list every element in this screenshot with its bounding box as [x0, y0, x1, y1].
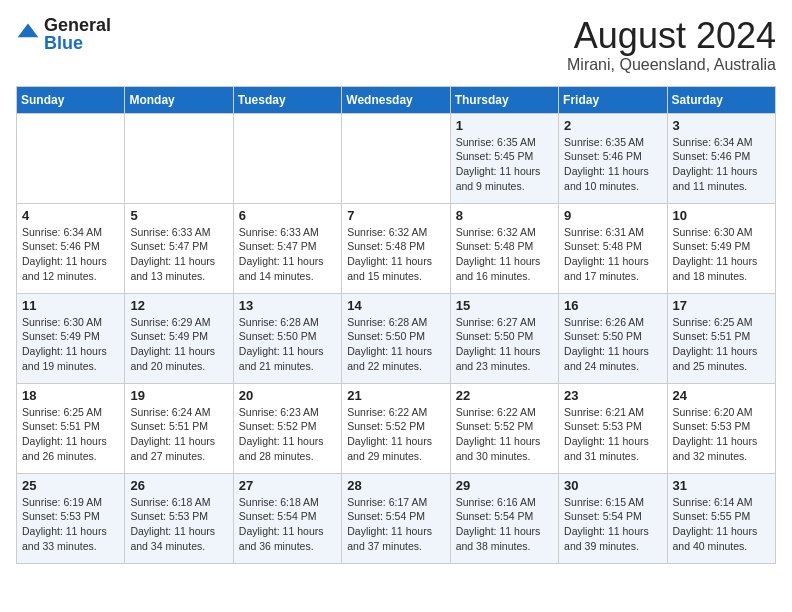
calendar-cell: [342, 113, 450, 203]
day-info: Sunrise: 6:34 AM Sunset: 5:46 PM Dayligh…: [673, 135, 770, 194]
day-number: 6: [239, 208, 336, 223]
calendar-cell: 10Sunrise: 6:30 AM Sunset: 5:49 PM Dayli…: [667, 203, 775, 293]
day-info: Sunrise: 6:31 AM Sunset: 5:48 PM Dayligh…: [564, 225, 661, 284]
logo: General Blue: [16, 16, 111, 52]
day-info: Sunrise: 6:15 AM Sunset: 5:54 PM Dayligh…: [564, 495, 661, 554]
calendar-cell: 19Sunrise: 6:24 AM Sunset: 5:51 PM Dayli…: [125, 383, 233, 473]
day-info: Sunrise: 6:18 AM Sunset: 5:53 PM Dayligh…: [130, 495, 227, 554]
calendar-week-row: 4Sunrise: 6:34 AM Sunset: 5:46 PM Daylig…: [17, 203, 776, 293]
logo-blue-text: Blue: [44, 34, 111, 52]
day-info: Sunrise: 6:32 AM Sunset: 5:48 PM Dayligh…: [347, 225, 444, 284]
calendar-cell: 20Sunrise: 6:23 AM Sunset: 5:52 PM Dayli…: [233, 383, 341, 473]
logo-icon: [16, 20, 40, 44]
day-number: 17: [673, 298, 770, 313]
calendar-week-row: 25Sunrise: 6:19 AM Sunset: 5:53 PM Dayli…: [17, 473, 776, 563]
calendar-cell: 15Sunrise: 6:27 AM Sunset: 5:50 PM Dayli…: [450, 293, 558, 383]
day-info: Sunrise: 6:29 AM Sunset: 5:49 PM Dayligh…: [130, 315, 227, 374]
calendar-cell: 11Sunrise: 6:30 AM Sunset: 5:49 PM Dayli…: [17, 293, 125, 383]
calendar-cell: 14Sunrise: 6:28 AM Sunset: 5:50 PM Dayli…: [342, 293, 450, 383]
day-number: 9: [564, 208, 661, 223]
calendar-cell: 8Sunrise: 6:32 AM Sunset: 5:48 PM Daylig…: [450, 203, 558, 293]
day-number: 31: [673, 478, 770, 493]
day-of-week-header: Thursday: [450, 86, 558, 113]
calendar-week-row: 18Sunrise: 6:25 AM Sunset: 5:51 PM Dayli…: [17, 383, 776, 473]
day-info: Sunrise: 6:28 AM Sunset: 5:50 PM Dayligh…: [239, 315, 336, 374]
day-info: Sunrise: 6:35 AM Sunset: 5:45 PM Dayligh…: [456, 135, 553, 194]
day-number: 7: [347, 208, 444, 223]
day-info: Sunrise: 6:32 AM Sunset: 5:48 PM Dayligh…: [456, 225, 553, 284]
day-info: Sunrise: 6:33 AM Sunset: 5:47 PM Dayligh…: [239, 225, 336, 284]
day-number: 26: [130, 478, 227, 493]
calendar-cell: 1Sunrise: 6:35 AM Sunset: 5:45 PM Daylig…: [450, 113, 558, 203]
calendar-cell: 9Sunrise: 6:31 AM Sunset: 5:48 PM Daylig…: [559, 203, 667, 293]
day-info: Sunrise: 6:14 AM Sunset: 5:55 PM Dayligh…: [673, 495, 770, 554]
day-number: 27: [239, 478, 336, 493]
day-info: Sunrise: 6:22 AM Sunset: 5:52 PM Dayligh…: [347, 405, 444, 464]
day-info: Sunrise: 6:17 AM Sunset: 5:54 PM Dayligh…: [347, 495, 444, 554]
calendar-cell: 7Sunrise: 6:32 AM Sunset: 5:48 PM Daylig…: [342, 203, 450, 293]
day-info: Sunrise: 6:30 AM Sunset: 5:49 PM Dayligh…: [22, 315, 119, 374]
day-number: 18: [22, 388, 119, 403]
calendar-cell: 29Sunrise: 6:16 AM Sunset: 5:54 PM Dayli…: [450, 473, 558, 563]
day-of-week-header: Friday: [559, 86, 667, 113]
calendar-table: SundayMondayTuesdayWednesdayThursdayFrid…: [16, 86, 776, 564]
day-number: 4: [22, 208, 119, 223]
calendar-cell: 25Sunrise: 6:19 AM Sunset: 5:53 PM Dayli…: [17, 473, 125, 563]
day-info: Sunrise: 6:27 AM Sunset: 5:50 PM Dayligh…: [456, 315, 553, 374]
day-info: Sunrise: 6:18 AM Sunset: 5:54 PM Dayligh…: [239, 495, 336, 554]
day-info: Sunrise: 6:19 AM Sunset: 5:53 PM Dayligh…: [22, 495, 119, 554]
calendar-header-row: SundayMondayTuesdayWednesdayThursdayFrid…: [17, 86, 776, 113]
day-number: 10: [673, 208, 770, 223]
page-header: General Blue August 2024 Mirani, Queensl…: [16, 16, 776, 74]
day-number: 8: [456, 208, 553, 223]
calendar-cell: 4Sunrise: 6:34 AM Sunset: 5:46 PM Daylig…: [17, 203, 125, 293]
calendar-cell: 12Sunrise: 6:29 AM Sunset: 5:49 PM Dayli…: [125, 293, 233, 383]
day-number: 5: [130, 208, 227, 223]
day-number: 11: [22, 298, 119, 313]
day-info: Sunrise: 6:35 AM Sunset: 5:46 PM Dayligh…: [564, 135, 661, 194]
day-number: 22: [456, 388, 553, 403]
calendar-cell: 21Sunrise: 6:22 AM Sunset: 5:52 PM Dayli…: [342, 383, 450, 473]
day-number: 14: [347, 298, 444, 313]
title-section: August 2024 Mirani, Queensland, Australi…: [567, 16, 776, 74]
day-info: Sunrise: 6:16 AM Sunset: 5:54 PM Dayligh…: [456, 495, 553, 554]
day-number: 19: [130, 388, 227, 403]
day-info: Sunrise: 6:34 AM Sunset: 5:46 PM Dayligh…: [22, 225, 119, 284]
calendar-cell: 31Sunrise: 6:14 AM Sunset: 5:55 PM Dayli…: [667, 473, 775, 563]
day-number: 13: [239, 298, 336, 313]
day-info: Sunrise: 6:20 AM Sunset: 5:53 PM Dayligh…: [673, 405, 770, 464]
day-info: Sunrise: 6:25 AM Sunset: 5:51 PM Dayligh…: [22, 405, 119, 464]
day-info: Sunrise: 6:24 AM Sunset: 5:51 PM Dayligh…: [130, 405, 227, 464]
day-info: Sunrise: 6:25 AM Sunset: 5:51 PM Dayligh…: [673, 315, 770, 374]
day-number: 2: [564, 118, 661, 133]
calendar-cell: 18Sunrise: 6:25 AM Sunset: 5:51 PM Dayli…: [17, 383, 125, 473]
day-number: 16: [564, 298, 661, 313]
calendar-cell: 5Sunrise: 6:33 AM Sunset: 5:47 PM Daylig…: [125, 203, 233, 293]
calendar-cell: 27Sunrise: 6:18 AM Sunset: 5:54 PM Dayli…: [233, 473, 341, 563]
calendar-cell: 26Sunrise: 6:18 AM Sunset: 5:53 PM Dayli…: [125, 473, 233, 563]
day-info: Sunrise: 6:30 AM Sunset: 5:49 PM Dayligh…: [673, 225, 770, 284]
calendar-cell: [125, 113, 233, 203]
calendar-cell: 16Sunrise: 6:26 AM Sunset: 5:50 PM Dayli…: [559, 293, 667, 383]
calendar-cell: 22Sunrise: 6:22 AM Sunset: 5:52 PM Dayli…: [450, 383, 558, 473]
day-of-week-header: Wednesday: [342, 86, 450, 113]
day-info: Sunrise: 6:23 AM Sunset: 5:52 PM Dayligh…: [239, 405, 336, 464]
calendar-week-row: 1Sunrise: 6:35 AM Sunset: 5:45 PM Daylig…: [17, 113, 776, 203]
calendar-cell: 28Sunrise: 6:17 AM Sunset: 5:54 PM Dayli…: [342, 473, 450, 563]
day-number: 29: [456, 478, 553, 493]
day-number: 20: [239, 388, 336, 403]
day-of-week-header: Monday: [125, 86, 233, 113]
day-number: 28: [347, 478, 444, 493]
day-number: 23: [564, 388, 661, 403]
day-info: Sunrise: 6:33 AM Sunset: 5:47 PM Dayligh…: [130, 225, 227, 284]
day-info: Sunrise: 6:26 AM Sunset: 5:50 PM Dayligh…: [564, 315, 661, 374]
calendar-cell: 17Sunrise: 6:25 AM Sunset: 5:51 PM Dayli…: [667, 293, 775, 383]
calendar-cell: 24Sunrise: 6:20 AM Sunset: 5:53 PM Dayli…: [667, 383, 775, 473]
day-number: 30: [564, 478, 661, 493]
day-number: 25: [22, 478, 119, 493]
calendar-cell: 6Sunrise: 6:33 AM Sunset: 5:47 PM Daylig…: [233, 203, 341, 293]
calendar-week-row: 11Sunrise: 6:30 AM Sunset: 5:49 PM Dayli…: [17, 293, 776, 383]
calendar-cell: 13Sunrise: 6:28 AM Sunset: 5:50 PM Dayli…: [233, 293, 341, 383]
day-number: 21: [347, 388, 444, 403]
logo-general-text: General: [44, 16, 111, 34]
